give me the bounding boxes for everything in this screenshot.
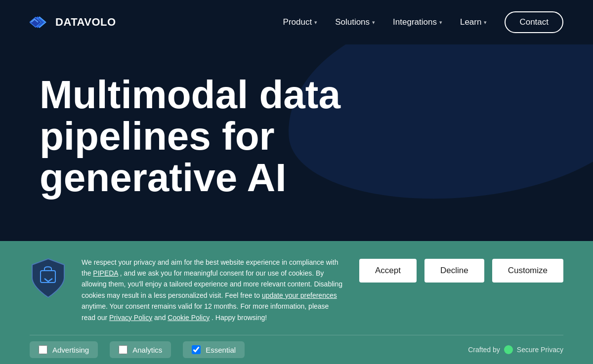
chevron-down-icon: ▾ — [439, 19, 442, 26]
cookie-shield-icon — [30, 257, 67, 299]
cookie-categories: Advertising Analytics Essential — [30, 341, 245, 358]
chevron-down-icon: ▾ — [372, 19, 375, 26]
cookie-category-analytics[interactable]: Analytics — [110, 341, 171, 358]
pipeda-link[interactable]: PIPEDA — [93, 269, 118, 277]
contact-button[interactable]: Contact — [505, 11, 563, 33]
logo-icon — [30, 15, 50, 29]
nav-links: Product ▾ Solutions ▾ Integrations ▾ Lea… — [283, 11, 563, 33]
secure-privacy-icon — [504, 345, 513, 354]
hero-content: Multimodal data pipelines for generative… — [0, 44, 593, 199]
cookie-policy-link[interactable]: Cookie Policy — [168, 314, 210, 322]
privacy-policy-link[interactable]: Privacy Policy — [109, 314, 152, 322]
essential-checkbox[interactable] — [192, 345, 201, 354]
advertising-checkbox[interactable] — [39, 345, 47, 354]
cookie-main-row: We respect your privacy and aim for the … — [30, 257, 563, 335]
logo[interactable]: DATAVOLO — [30, 15, 116, 29]
nav-learn[interactable]: Learn ▾ — [460, 17, 487, 27]
cookie-category-essential[interactable]: Essential — [183, 341, 245, 358]
nav-product[interactable]: Product ▾ — [283, 17, 318, 27]
chevron-down-icon: ▾ — [314, 19, 317, 26]
cookie-category-advertising[interactable]: Advertising — [30, 341, 98, 358]
decline-button[interactable]: Decline — [424, 259, 484, 283]
analytics-checkbox[interactable] — [119, 345, 127, 354]
chevron-down-icon: ▾ — [484, 19, 487, 26]
hero-title: Multimodal data pipelines for generative… — [40, 74, 385, 199]
crafted-by: Crafted by Secure Privacy — [468, 345, 563, 354]
cookie-action-buttons: Accept Decline Customize — [359, 257, 563, 283]
cookie-footer: Advertising Analytics Essential Crafted … — [30, 335, 563, 364]
accept-button[interactable]: Accept — [359, 259, 417, 283]
cookie-banner: We respect your privacy and aim for the … — [0, 241, 593, 364]
logo-wordmark: DATAVOLO — [55, 16, 116, 29]
preferences-link[interactable]: update your preferences — [262, 291, 337, 299]
customize-button[interactable]: Customize — [492, 259, 563, 283]
nav-integrations[interactable]: Integrations ▾ — [393, 17, 442, 27]
navbar: DATAVOLO Product ▾ Solutions ▾ Integrati… — [0, 0, 593, 44]
nav-solutions[interactable]: Solutions ▾ — [335, 17, 375, 27]
cookie-body-text: We respect your privacy and aim for the … — [82, 257, 344, 323]
